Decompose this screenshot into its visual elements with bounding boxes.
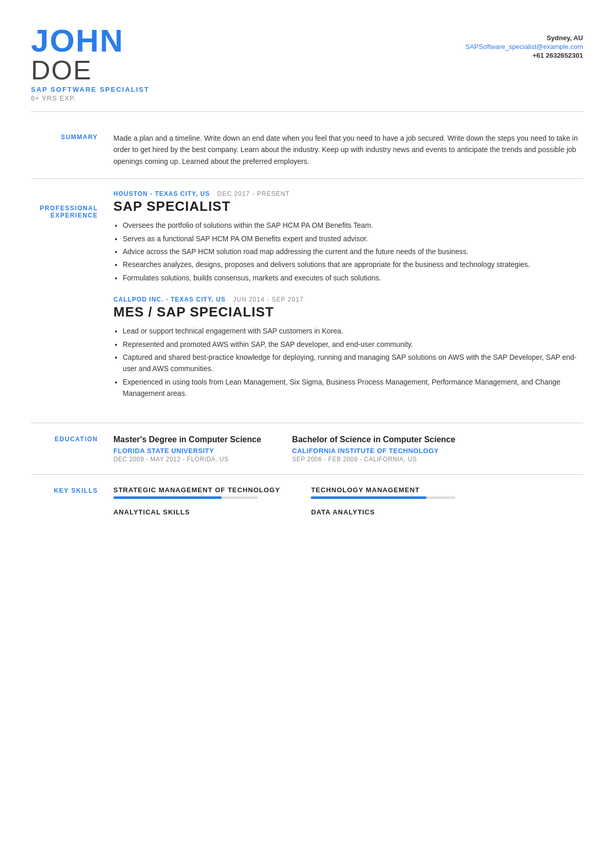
- first-name: JOHN: [31, 25, 150, 57]
- skill-item-2: ANALYTICAL SKILLS: [113, 508, 280, 516]
- exp-bullet-0-2: Advice across the SAP HCM solution road …: [123, 246, 583, 257]
- job-title: SAP SOFTWARE SPECIALIST: [31, 86, 150, 93]
- edu-dates-0: DEC 2009 - MAY 2012 - FLORIDA, US: [113, 456, 261, 463]
- exp-bullet-1-1: Represented and promoted AWS within SAP,…: [123, 339, 583, 350]
- skills-grid: STRATEGIC MANAGEMENT OF TECHNOLOGYANALYT…: [113, 486, 583, 525]
- education-content: Master's Degree in Computer ScienceFLORI…: [113, 435, 583, 463]
- exp-bullets-1: Lead or support technical engagement wit…: [113, 325, 583, 399]
- experience-label: PROFESSIONAL EXPERIENCE: [31, 190, 113, 219]
- skill-bar-bg-0: [113, 496, 258, 499]
- summary-content: Made a plan and a timeline. Write down a…: [113, 132, 583, 167]
- exp-bullet-1-0: Lead or support technical engagement wit…: [123, 325, 583, 337]
- skill-name-3: DATA ANALYTICS: [311, 508, 455, 516]
- experience-line: 6+ YRS EXP.: [31, 94, 150, 102]
- exp-dates-1: JUN 2014 - SEP 2017: [233, 296, 304, 303]
- skill-item-3: DATA ANALYTICS: [311, 508, 455, 516]
- edu-item-1: Bachelor of Science in Computer ScienceC…: [292, 435, 456, 463]
- exp-job-1: CALLPOD INC. - TEXAS CITY, US JUN 2014 -…: [113, 296, 583, 399]
- skills-section: KEY SKILLS STRATEGIC MANAGEMENT OF TECHN…: [31, 475, 583, 537]
- exp-title-1: MES / SAP SPECIALIST: [113, 304, 583, 320]
- contact-location: Sydney, AU: [465, 34, 583, 42]
- summary-section: SUMMARY Made a plan and a timeline. Writ…: [31, 121, 583, 178]
- contact-phone: +61 2632652301: [465, 52, 583, 59]
- edu-item-0: Master's Degree in Computer ScienceFLORI…: [113, 435, 261, 463]
- exp-bullet-0-4: Formulates solutions, builds consensus, …: [123, 272, 583, 283]
- skill-bar-fill-0: [113, 496, 222, 499]
- edu-grid: Master's Degree in Computer ScienceFLORI…: [113, 435, 583, 463]
- education-label: EDUCATION: [31, 435, 113, 443]
- edu-degree-0: Master's Degree in Computer Science: [113, 435, 261, 445]
- edu-dates-1: SEP 2006 - FEB 2009 - CALIFORNIA, US: [292, 456, 456, 463]
- skills-col-1: STRATEGIC MANAGEMENT OF TECHNOLOGYANALYT…: [113, 486, 280, 525]
- summary-text: Made a plan and a timeline. Write down a…: [113, 132, 583, 167]
- exp-bullet-0-0: Oversees the portfolio of solutions with…: [123, 220, 583, 231]
- exp-bullet-0-1: Serves as a functional SAP HCM PA OM Ben…: [123, 233, 583, 244]
- skill-item-0: STRATEGIC MANAGEMENT OF TECHNOLOGY: [113, 486, 280, 499]
- exp-job-0: HOUSTON - TEXAS CITY, US DEC 2017 - PRES…: [113, 190, 583, 283]
- exp-bullet-1-3: Experienced in using tools from Lean Man…: [123, 376, 583, 399]
- skills-content: STRATEGIC MANAGEMENT OF TECHNOLOGYANALYT…: [113, 486, 583, 525]
- exp-company-1: CALLPOD INC. - TEXAS CITY, US JUN 2014 -…: [113, 296, 583, 303]
- edu-degree-1: Bachelor of Science in Computer Science: [292, 435, 456, 445]
- exp-title-0: SAP SPECIALIST: [113, 198, 583, 214]
- header-divider: [31, 111, 583, 112]
- summary-label: SUMMARY: [31, 132, 113, 141]
- exp-company-0: HOUSTON - TEXAS CITY, US DEC 2017 - PRES…: [113, 190, 583, 197]
- skill-name-1: TECHNOLOGY MANAGEMENT: [311, 486, 455, 494]
- skills-col-2: TECHNOLOGY MANAGEMENTDATA ANALYTICS: [311, 486, 455, 525]
- edu-university-1: CALIFORNIA INSTITUTE OF TECHNOLOGY: [292, 447, 456, 455]
- last-name: DOE: [31, 57, 150, 84]
- exp-bullet-0-3: Researches analyzes, designs, proposes a…: [123, 259, 583, 270]
- skill-name-0: STRATEGIC MANAGEMENT OF TECHNOLOGY: [113, 486, 280, 494]
- skill-bar-bg-1: [311, 496, 455, 499]
- exp-bullet-1-2: Captured and shared best-practice knowle…: [123, 352, 583, 375]
- name-block: JOHN DOE SAP SOFTWARE SPECIALIST 6+ YRS …: [31, 25, 150, 102]
- header: JOHN DOE SAP SOFTWARE SPECIALIST 6+ YRS …: [31, 25, 583, 102]
- contact-block: Sydney, AU SAPSoftware_specialist@exampl…: [465, 34, 583, 59]
- experience-content: HOUSTON - TEXAS CITY, US DEC 2017 - PRES…: [113, 190, 583, 411]
- edu-university-0: FLORIDA STATE UNIVERSITY: [113, 447, 261, 455]
- skill-name-2: ANALYTICAL SKILLS: [113, 508, 280, 516]
- exp-bullets-0: Oversees the portfolio of solutions with…: [113, 220, 583, 283]
- skills-label: KEY SKILLS: [31, 486, 113, 494]
- contact-email: SAPSoftware_specialist@example.com: [465, 43, 583, 51]
- skill-item-1: TECHNOLOGY MANAGEMENT: [311, 486, 455, 499]
- exp-dates-0: DEC 2017 - PRESENT: [217, 190, 290, 197]
- skill-bar-fill-1: [311, 496, 426, 499]
- education-section: EDUCATION Master's Degree in Computer Sc…: [31, 423, 583, 474]
- experience-section: PROFESSIONAL EXPERIENCE HOUSTON - TEXAS …: [31, 179, 583, 423]
